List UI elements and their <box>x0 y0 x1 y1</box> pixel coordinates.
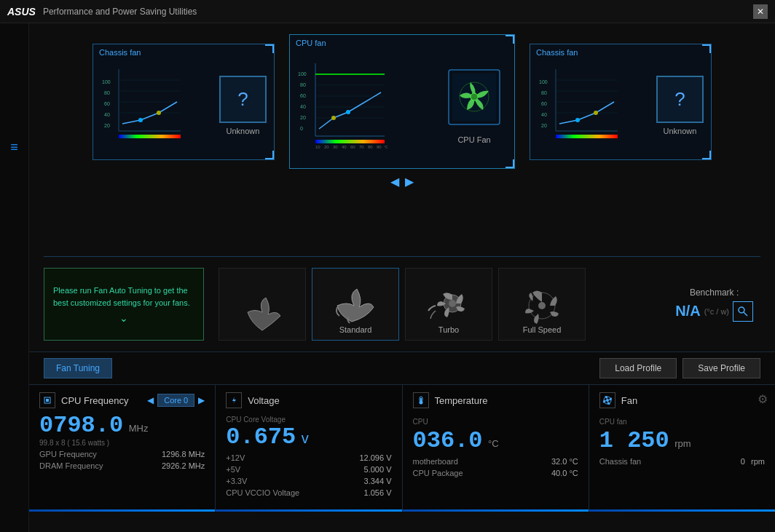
nav-prev-arrow[interactable]: ◀ <box>390 175 399 188</box>
fan-mode-standard[interactable]: Standard <box>312 268 399 341</box>
v33-label: +3.3V <box>226 477 247 485</box>
voltage-value-row: 0.675 v <box>226 424 391 450</box>
vccio-row: CPU VCCIO Voltage 1.056 V <box>226 488 391 497</box>
svg-text:80: 80 <box>541 90 547 95</box>
mb-temp-value: 32.0 °C <box>551 457 578 466</box>
svg-text:100: 100 <box>539 79 548 84</box>
svg-rect-69 <box>420 398 422 402</box>
vccio-label: CPU VCCIO Voltage <box>226 488 299 497</box>
cpu-fan-unit: rpm <box>674 438 691 449</box>
nav-next-arrow[interactable]: ▶ <box>405 175 414 188</box>
svg-text:20: 20 <box>300 115 306 120</box>
temp-value-row: 036.0 °C <box>413 427 578 454</box>
cpu-indicator-bar <box>29 509 215 512</box>
standard-fan-icon <box>334 285 377 325</box>
vccio-value: 1.056 V <box>364 488 392 497</box>
svg-text:40: 40 <box>342 145 347 149</box>
cpu-pkg-value: 40.0 °C <box>551 469 578 477</box>
benchmark-icon[interactable] <box>733 301 753 322</box>
window-title: Performance and Power Saving Utilities <box>43 7 753 17</box>
svg-text:80: 80 <box>300 82 306 87</box>
fan-mode-turbo-label: Turbo <box>438 325 459 334</box>
fan-mode-turbo[interactable]: Turbo <box>405 268 492 341</box>
benchmark-label: Benchmark : <box>690 287 739 298</box>
cpu-fan-visual <box>441 66 507 132</box>
load-profile-button[interactable]: Load Profile <box>599 358 677 378</box>
asus-logo: ASUS <box>7 6 36 17</box>
chassis-fan-value: 0 rpm <box>741 457 765 466</box>
right-fan-device-label: Unknown <box>664 127 697 135</box>
right-fan-content: 100 80 60 40 20 <box>530 44 711 159</box>
svg-text:60: 60 <box>350 145 355 149</box>
voltage-title: Voltage <box>248 395 279 406</box>
titlebar: ASUS Performance and Power Saving Utilit… <box>0 0 775 23</box>
svg-rect-58 <box>556 135 618 138</box>
svg-text:60: 60 <box>541 101 547 106</box>
right-fan-card[interactable]: Chassis fan 100 80 <box>530 44 712 160</box>
fan-panel: Fan ⚙ CPU fan 1 250 rpm Chassis fan 0 rp… <box>589 385 775 512</box>
fan-mode-fullspeed[interactable]: Full Speed <box>498 268 586 341</box>
svg-text:60: 60 <box>300 93 306 98</box>
cpu-icon <box>39 392 55 408</box>
voltage-icon <box>226 392 242 408</box>
svg-point-62 <box>538 302 546 309</box>
fan-mode-standard-label: Standard <box>339 325 372 334</box>
cpu-freq-header: CPU Frequency ◀ Core 0 ▶ <box>39 392 205 408</box>
fan-spin-icon <box>602 395 613 405</box>
svg-text:0: 0 <box>300 126 303 131</box>
fan-tuning-button[interactable]: Fan Tuning <box>44 358 112 378</box>
center-fan-label: CPU fan <box>296 39 326 47</box>
svg-text:°C: °C <box>384 145 388 149</box>
svg-text:20: 20 <box>324 145 329 149</box>
v33-row: +3.3V 3.344 V <box>226 477 391 485</box>
temp-indicator-bar <box>403 509 589 512</box>
dram-freq-value: 2926.2 MHz <box>162 461 205 470</box>
cpu-freq-prev[interactable]: ◀ <box>147 395 154 405</box>
main-container: ≡ Chassis fan <box>0 23 775 532</box>
cpu-fan-label-row: CPU fan <box>599 414 765 427</box>
left-fan-content: 100 80 60 40 20 <box>93 44 274 159</box>
benchmark-search-icon <box>737 306 749 317</box>
center-fan-chart: 100 80 60 40 20 0 <box>297 60 392 151</box>
fan-indicator-bar <box>589 509 775 512</box>
sidebar: ≡ <box>0 23 29 532</box>
cpu-freq-next[interactable]: ▶ <box>198 395 205 405</box>
left-fan-card[interactable]: Chassis fan <box>93 44 275 160</box>
benchmark-area: Benchmark : N/A (°c / w) <box>668 280 760 329</box>
svg-point-28 <box>331 116 336 120</box>
svg-text:40: 40 <box>300 104 306 109</box>
settings-icon[interactable]: ⚙ <box>758 392 768 406</box>
svg-text:100: 100 <box>102 79 111 84</box>
svg-rect-13 <box>119 135 181 138</box>
cpu-pkg-row: CPU Package 40.0 °C <box>413 469 578 477</box>
svg-text:80: 80 <box>104 90 110 95</box>
fan-auto-tuning-info: Please run Fan Auto Tuning to get the be… <box>44 268 204 341</box>
svg-point-63 <box>739 307 744 313</box>
svg-point-11 <box>138 118 143 122</box>
svg-text:20: 20 <box>104 123 110 128</box>
center-fan-card[interactable]: CPU fan 100 <box>289 34 515 169</box>
fan-area: Chassis fan <box>29 23 775 256</box>
save-profile-button[interactable]: Save Profile <box>682 358 760 378</box>
benchmark-unit: (°c / w) <box>704 307 729 316</box>
fan-mode-silent[interactable] <box>219 268 306 341</box>
sidebar-menu-icon[interactable]: ≡ <box>10 140 18 155</box>
gpu-freq-label: GPU Frequency <box>39 450 97 458</box>
turbo-fan-icon <box>427 285 471 325</box>
temperature-panel: Temperature CPU 036.0 °C motherboard 32.… <box>403 385 589 512</box>
v5-value: 5.000 V <box>364 465 392 474</box>
v33-value: 3.344 V <box>364 477 392 485</box>
cpu-pkg-label: CPU Package <box>413 469 463 477</box>
fan-info-text: Please run Fan Auto Tuning to get the be… <box>53 285 194 309</box>
gpu-freq-row: GPU Frequency 1296.8 MHz <box>39 450 205 458</box>
benchmark-value-row: N/A (°c / w) <box>675 301 753 322</box>
close-button[interactable]: ✕ <box>753 4 768 19</box>
cpu-freq-value: 0798.0 <box>39 412 123 439</box>
chassis-fan-label: Chassis fan <box>599 457 641 466</box>
cpu-freq-nav: ◀ Core 0 ▶ <box>147 394 205 407</box>
svg-text:100: 100 <box>298 71 307 76</box>
temp-unit: °C <box>488 438 499 449</box>
svg-text:40: 40 <box>541 112 547 117</box>
fullspeed-fan-icon <box>520 285 564 325</box>
cpu-fan-label: CPU fan <box>599 418 627 426</box>
